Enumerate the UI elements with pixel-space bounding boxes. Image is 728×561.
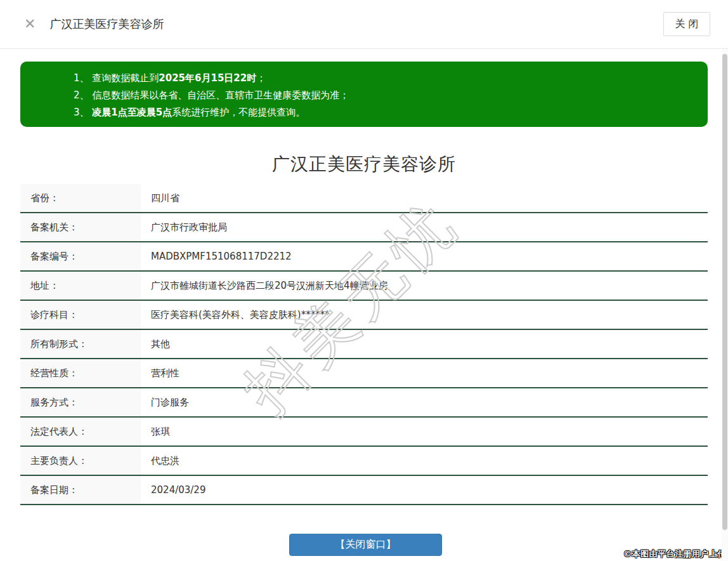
field-label: 省份： — [20, 184, 141, 212]
field-value: 医疗美容科(美容外科、美容皮肤科)****** — [141, 301, 708, 329]
table-row: 诊疗科目： 医疗美容科(美容外科、美容皮肤科)****** — [20, 301, 708, 330]
close-button[interactable]: 关 闭 — [663, 12, 710, 36]
field-value: 代忠洪 — [141, 447, 708, 475]
field-label: 备案编号： — [20, 242, 141, 270]
clinic-info-table: 省份： 四川省 备案机关： 广汉市行政审批局 备案编号： MADBXPMF151… — [20, 184, 708, 505]
notice-line: 1、 查询数据截止到2025年6月15日22时； — [74, 70, 695, 87]
field-value: 张琪 — [141, 418, 708, 446]
page-title: 广汉正美医疗美容诊所 — [49, 16, 164, 32]
close-icon[interactable]: ✕ — [24, 17, 36, 31]
table-row: 备案日期： 2024/03/29 — [20, 476, 708, 505]
field-label: 所有制形式： — [20, 330, 141, 358]
notice-text: 系统进行维护，不能提供查询。 — [172, 107, 305, 118]
field-value: MADBXPMF151068117D2212 — [141, 242, 708, 270]
notice-banner: 1、 查询数据截止到2025年6月15日22时； 2、 信息数据结果以各省、自治… — [20, 62, 708, 127]
table-row: 备案编号： MADBXPMF151068117D2212 — [20, 242, 708, 272]
close-window-button[interactable]: 【关闭窗口】 — [289, 534, 442, 556]
field-label: 备案日期： — [20, 476, 141, 504]
notice-line: 3、 凌晨1点至凌晨5点系统进行维护，不能提供查询。 — [74, 104, 695, 121]
table-row: 经营性质： 营利性 — [20, 359, 708, 388]
scrollbar-thumb[interactable] — [722, 54, 727, 530]
clinic-title: 广汉正美医疗美容诊所 — [0, 152, 728, 176]
field-label: 服务方式： — [20, 388, 141, 416]
table-row: 法定代表人： 张琪 — [20, 418, 708, 447]
notice-text: 3、 — [74, 107, 92, 118]
table-row: 服务方式： 门诊服务 — [20, 388, 708, 418]
field-value: 门诊服务 — [141, 388, 708, 416]
field-value: 广汉市行政审批局 — [141, 213, 708, 241]
notice-bold-text: 凌晨1点至凌晨5点 — [92, 107, 172, 118]
notice-line: 2、 信息数据结果以各省、自治区、直辖市卫生健康委数据为准； — [74, 87, 695, 104]
field-label: 主要负责人： — [20, 447, 141, 475]
table-row: 地址： 广汉市雒城街道长沙路西二段20号汉洲新天地4幢营业房 — [20, 272, 708, 301]
notice-text: 1、 查询数据截止到 — [74, 72, 159, 84]
scrollbar-track[interactable] — [722, 49, 728, 561]
header-bar: ✕ 广汉正美医疗美容诊所 关 闭 — [0, 0, 728, 49]
notice-text: ； — [256, 72, 266, 84]
field-label: 备案机关： — [20, 213, 141, 241]
table-row: 主要负责人： 代忠洪 — [20, 447, 708, 476]
notice-text: 2、 信息数据结果以各省、自治区、直辖市卫生健康委数据为准； — [74, 89, 349, 101]
notice-bold-text: 2025年6月15日22时 — [159, 72, 256, 84]
field-value: 广汉市雒城街道长沙路西二段20号汉洲新天地4幢营业房 — [141, 272, 708, 300]
field-label: 诊疗科目： — [20, 301, 141, 329]
field-label: 地址： — [20, 272, 141, 300]
upload-attribution-note: ©本图由平台注册用户上传 — [623, 548, 726, 560]
table-row: 所有制形式： 其他 — [20, 330, 708, 359]
field-label: 经营性质： — [20, 359, 141, 387]
field-label: 法定代表人： — [20, 418, 141, 446]
table-row: 省份： 四川省 — [20, 184, 708, 213]
table-row: 备案机关： 广汉市行政审批局 — [20, 213, 708, 242]
field-value: 2024/03/29 — [141, 476, 708, 504]
field-value: 四川省 — [141, 184, 708, 212]
field-value: 其他 — [141, 330, 708, 358]
field-value: 营利性 — [141, 359, 708, 387]
